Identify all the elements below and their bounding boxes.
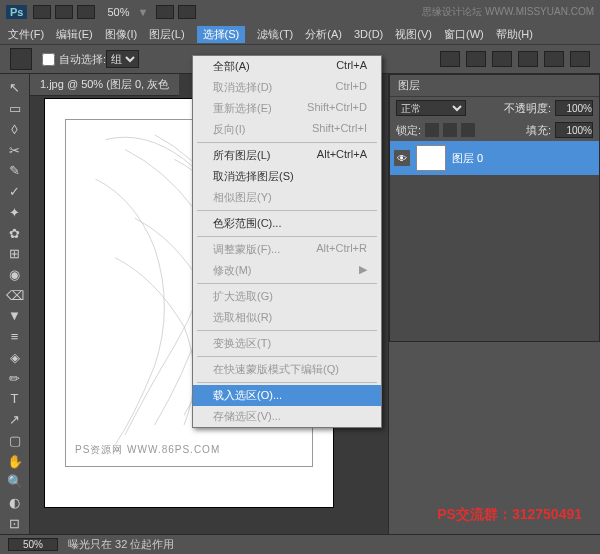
align-icon-4[interactable] [518,51,538,67]
status-bar: 曝光只在 32 位起作用 [0,534,600,554]
blend-mode-dropdown[interactable]: 正常 [396,100,466,116]
tool-14[interactable]: ✏ [4,368,26,388]
current-tool-icon[interactable] [10,48,32,70]
menu-item[interactable]: 载入选区(O)... [193,385,381,406]
screen-icon[interactable] [77,5,95,19]
tool-0[interactable]: ↖ [4,78,26,98]
select-menu-dropdown: 全部(A)Ctrl+A取消选择(D)Ctrl+D重新选择(E)Shift+Ctr… [192,55,382,428]
tool-16[interactable]: ↗ [4,410,26,430]
menu-item: 变换选区(T) [193,333,381,354]
menu-item[interactable]: 色彩范围(C)... [193,213,381,234]
menu-3d[interactable]: 3D(D) [354,28,383,40]
canvas-watermark: PS资源网 WWW.86PS.COM [75,443,220,457]
toolbox: ↖▭◊✂✎✓✦✿⊞◉⌫▼≡◈✏T↗▢✋🔍◐⊡ [0,74,30,534]
forum-text: 思缘设计论坛 WWW.MISSYUAN.COM [422,5,594,19]
menu-item: 存储选区(V)... [193,406,381,427]
menu-选择[interactable]: 选择(S) [197,26,246,43]
menu-文件[interactable]: 文件(F) [8,27,44,42]
layers-panel: 图层 正常 不透明度: 锁定: 填充: 👁 图层 0 [389,74,600,342]
menu-item: 选取相似(R) [193,307,381,328]
menu-滤镜[interactable]: 滤镜(T) [257,27,293,42]
tool-8[interactable]: ⊞ [4,244,26,264]
auto-select-checkbox[interactable] [42,53,55,66]
tool-2[interactable]: ◊ [4,119,26,139]
menu-分析[interactable]: 分析(A) [305,27,342,42]
menu-item: 取消选择(D)Ctrl+D [193,77,381,98]
align-icon-1[interactable] [440,51,460,67]
opacity-label: 不透明度: [504,101,551,116]
lock-label: 锁定: [396,123,421,138]
menu-编辑[interactable]: 编辑(E) [56,27,93,42]
menu-item: 修改(M)▶ [193,260,381,281]
tool-18[interactable]: ✋ [4,451,26,471]
tool-6[interactable]: ✦ [4,202,26,222]
tool-20[interactable]: ◐ [4,493,26,513]
menu-视图[interactable]: 视图(V) [395,27,432,42]
lock-all-icon[interactable] [461,123,475,137]
tool-12[interactable]: ≡ [4,327,26,347]
lock-pixels-icon[interactable] [425,123,439,137]
tool-17[interactable]: ▢ [4,430,26,450]
menu-item: 调整蒙版(F)...Alt+Ctrl+R [193,239,381,260]
auto-select-label: 自动选择: [59,52,106,67]
menu-item: 在快速蒙版模式下编辑(Q) [193,359,381,380]
tool-4[interactable]: ✎ [4,161,26,181]
tool-1[interactable]: ▭ [4,99,26,119]
menu-item: 相似图层(Y) [193,187,381,208]
layers-panel-title[interactable]: 图层 [390,75,599,97]
opacity-input[interactable] [555,100,593,116]
align-icon-3[interactable] [492,51,512,67]
tool-9[interactable]: ◉ [4,265,26,285]
panels-dock: 图层 正常 不透明度: 锁定: 填充: 👁 图层 0 [388,74,600,534]
layer-name[interactable]: 图层 0 [452,151,483,166]
menu-item: 反向(I)Shift+Ctrl+I [193,119,381,140]
auto-select-dropdown[interactable]: 组 [106,50,139,68]
menu-bar: 文件(F)编辑(E)图像(I)图层(L)选择(S)滤镜(T)分析(A)3D(D)… [0,24,600,44]
hand-icon[interactable] [156,5,174,19]
align-icon-6[interactable] [570,51,590,67]
tool-7[interactable]: ✿ [4,223,26,243]
layer-row[interactable]: 👁 图层 0 [390,141,599,175]
zoom-level[interactable]: 50% [107,6,129,18]
tool-11[interactable]: ▼ [4,306,26,326]
title-bar: Ps 50% ▼ 思缘设计论坛 WWW.MISSYUAN.COM [0,0,600,24]
tool-13[interactable]: ◈ [4,348,26,368]
visibility-icon[interactable]: 👁 [394,150,410,166]
tool-19[interactable]: 🔍 [4,472,26,492]
menu-窗口[interactable]: 窗口(W) [444,27,484,42]
layer-thumbnail[interactable] [416,145,446,171]
fill-label: 填充: [526,123,551,138]
align-icon-5[interactable] [544,51,564,67]
menu-item: 重新选择(E)Shift+Ctrl+D [193,98,381,119]
menu-item[interactable]: 取消选择图层(S) [193,166,381,187]
arrange-icon[interactable] [178,5,196,19]
menu-帮助[interactable]: 帮助(H) [496,27,533,42]
menu-item[interactable]: 所有图层(L)Alt+Ctrl+A [193,145,381,166]
mb-icon[interactable] [55,5,73,19]
status-text: 曝光只在 32 位起作用 [68,537,174,552]
status-zoom-input[interactable] [8,538,58,551]
document-tab[interactable]: 1.jpg @ 50% (图层 0, 灰色 [30,74,179,96]
tool-10[interactable]: ⌫ [4,285,26,305]
tool-21[interactable]: ⊡ [4,513,26,533]
bridge-icon[interactable] [33,5,51,19]
menu-图像[interactable]: 图像(I) [105,27,137,42]
tool-5[interactable]: ✓ [4,182,26,202]
fill-input[interactable] [555,122,593,138]
lock-position-icon[interactable] [443,123,457,137]
qq-group-watermark: PS交流群：312750491 [437,506,582,524]
menu-item[interactable]: 全部(A)Ctrl+A [193,56,381,77]
menu-item: 扩大选取(G) [193,286,381,307]
layer-list: 👁 图层 0 [390,141,599,341]
menu-图层[interactable]: 图层(L) [149,27,184,42]
tool-15[interactable]: T [4,389,26,409]
align-icon-2[interactable] [466,51,486,67]
ps-logo: Ps [6,5,27,19]
tool-3[interactable]: ✂ [4,140,26,160]
